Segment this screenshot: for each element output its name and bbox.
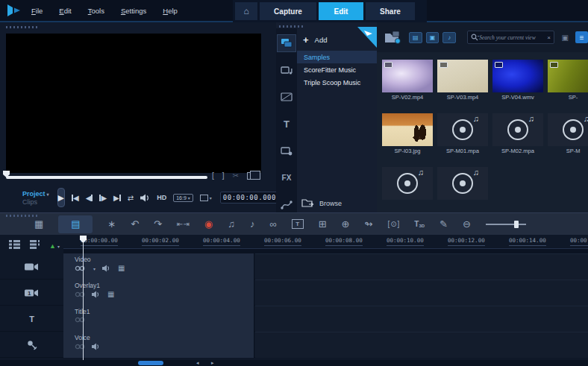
menu-file[interactable]: File [31,7,43,15]
menu-tools[interactable]: Tools [88,7,104,15]
aspect-ratio-button[interactable]: 16:9▾ [173,194,193,202]
mask-creator-button[interactable]: ✎ [440,219,448,229]
media-item[interactable]: ♫ [382,167,433,210]
clips-mode-button[interactable]: Clips [22,198,49,206]
volume-icon[interactable] [140,194,150,202]
motion-tracking-button[interactable]: ⊕ [342,219,350,229]
overlay-track-header[interactable]: Overlay1 [63,280,254,306]
track-manager-icon[interactable] [9,240,20,249]
media-item[interactable]: SP-V03.mp4 [437,60,488,103]
library-category-triple-scoop[interactable]: Triple Scoop Music [297,76,377,89]
browse-button[interactable]: Browse [301,198,342,208]
zoom-out-button[interactable]: ⊖ [463,219,471,229]
split-clip-icon[interactable]: ✂ [233,171,239,180]
sound-mixer-button[interactable]: ♫ [228,219,235,229]
media-item[interactable]: ♫ [437,167,488,210]
media-item[interactable]: SP-I03.jpg [382,113,433,157]
fit-project-button[interactable]: ⇤⇥ [177,221,190,228]
library-category-scorefitter[interactable]: ScoreFitter Music [297,63,377,76]
media-library-icon[interactable] [278,35,295,51]
go-to-end-button[interactable]: ▶ [113,194,121,202]
enlarge-preview-icon[interactable] [247,172,256,180]
chevron-down-icon[interactable]: ▾ [93,266,96,271]
360-video-button[interactable]: ⊙ [387,221,399,228]
title-track-lane[interactable] [255,306,588,332]
go-to-start-button[interactable]: ◀ [72,194,79,202]
customize-motion-button[interactable]: ↬ [364,219,372,229]
media-item[interactable]: SP-V02.mp4 [382,60,433,103]
resize-preview-button[interactable]: ▾ [200,195,212,201]
mute-track-icon[interactable] [92,343,101,350]
hd-toggle-button[interactable]: HD [157,194,166,201]
timeline-ruler[interactable]: 00:00:00.00 00:00:02.00 00:00:04.00 00:0… [63,235,588,248]
timeline-view-button[interactable]: ▤ [58,215,93,233]
search-icon[interactable] [471,34,479,41]
transitions-icon[interactable] [278,89,295,105]
video-track-row[interactable]: Video ▾ [0,253,588,280]
list-view-button[interactable]: ≡ [575,31,588,43]
home-tab[interactable]: ⌂ [235,2,257,20]
media-item[interactable]: SP-V04.wmv [492,60,543,103]
thumbnail-view-button[interactable]: ▣ [559,31,572,43]
media-item[interactable]: ♫ SP-M02.mpa [492,113,543,157]
panel-drag-handle[interactable] [6,215,37,217]
storyboard-view-button[interactable]: ▦ [34,219,43,229]
auto-music-button[interactable]: ♪ [250,219,255,229]
next-frame-button[interactable]: ▶ [99,194,107,202]
overlay-track-row[interactable]: 1 Overlay1 [0,280,588,306]
chapter-cue-bar[interactable] [63,248,588,253]
library-category-samples[interactable]: Samples [297,51,377,63]
filter-audio-button[interactable]: ♪ [442,32,456,43]
undo-button[interactable]: ↶ [131,219,139,229]
scroll-right-icon[interactable]: ▸ [211,360,214,366]
overlays-icon[interactable] [278,142,295,159]
project-mode-button[interactable]: Project▾ [22,190,49,198]
mute-track-icon[interactable] [102,265,111,272]
mark-out-icon[interactable]: ] [222,171,225,180]
voice-track-row[interactable]: Voice [0,332,588,358]
track-transparency-icon[interactable]: ▦ [107,291,114,298]
title-track-header[interactable]: Title1 [63,306,254,332]
speed-time-lapse-button[interactable]: ∞ [269,219,276,229]
motion-path-icon[interactable] [278,196,295,212]
media-item[interactable]: ♫ SP-M [548,113,588,157]
video-track-lane[interactable] [255,253,588,280]
media-item[interactable]: SP- [548,60,588,103]
show-all-tracks-icon[interactable] [30,240,40,249]
tab-edit[interactable]: Edit [319,2,363,20]
filter-videos-button[interactable]: ▤ [409,32,422,43]
record-capture-button[interactable]: ◉ [204,219,213,229]
scrollbar-thumb[interactable] [138,361,163,365]
tab-capture[interactable]: Capture [260,2,316,20]
3d-title-editor-button[interactable]: T3D [414,221,425,228]
filters-fx-icon[interactable]: FX [278,169,295,186]
search-input[interactable] [479,34,547,41]
track-transparency-icon[interactable]: ▦ [118,265,125,272]
instant-project-icon[interactable] [278,62,295,78]
timeline-zoom-slider[interactable] [486,220,526,229]
panel-drag-handle[interactable] [279,25,304,28]
redo-button[interactable]: ↷ [154,219,162,229]
add-folder-button[interactable]: + Add [303,34,328,45]
play-button[interactable]: ▶ [57,188,65,207]
titles-icon[interactable]: T [278,116,295,132]
mark-in-icon[interactable]: [ [212,171,214,180]
mute-track-icon[interactable] [92,291,101,298]
filter-photos-button[interactable]: ▣ [426,32,440,43]
video-track-header[interactable]: Video ▾ [63,253,254,280]
previous-frame-button[interactable]: ◀ [86,194,93,202]
panel-drag-handle[interactable] [6,26,37,28]
voice-track-header[interactable]: Voice [63,332,254,358]
menu-help[interactable]: Help [163,7,178,15]
voice-track-lane[interactable] [255,332,588,358]
overlay-track-lane[interactable] [255,280,588,306]
title-track-row[interactable]: T Title1 [0,306,588,332]
menu-edit[interactable]: Edit [59,7,71,15]
menu-settings[interactable]: Settings [121,7,146,15]
zoom-slider-handle[interactable] [514,221,519,228]
scrubber-bar[interactable] [6,176,207,179]
timeline-scrollbar[interactable]: ◂ ▸ [0,360,588,366]
repeat-button[interactable]: ⇄ [128,194,134,202]
tab-share[interactable]: Share [366,2,415,20]
clear-search-icon[interactable]: × [547,34,551,41]
